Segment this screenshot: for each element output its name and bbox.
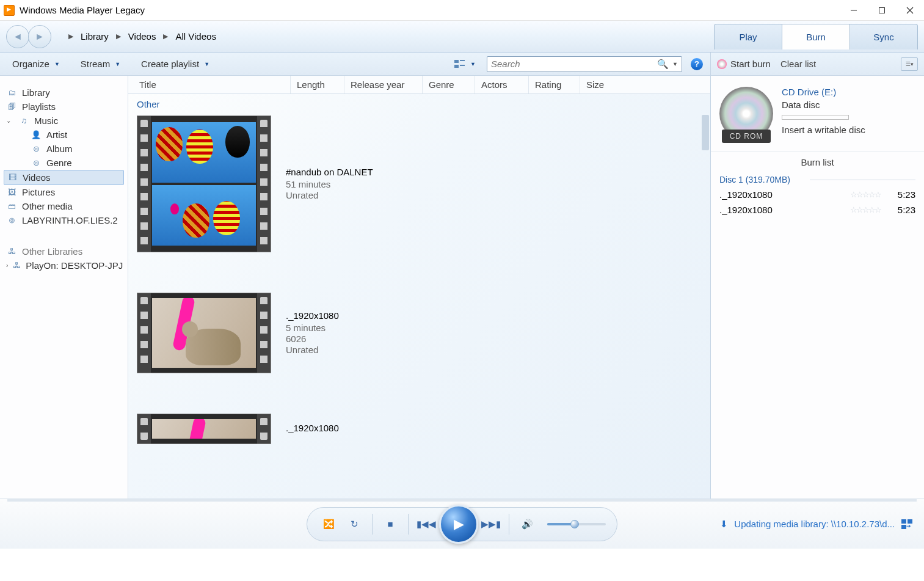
video-list[interactable]: Other #nandub on DALNET 51 minutes Unrat… [128,94,710,499]
search-dropdown[interactable]: ▼ [672,61,678,67]
tab-play[interactable]: Play [714,24,782,49]
video-thumbnail[interactable] [137,414,271,444]
breadcrumb-videos[interactable]: Videos [128,31,156,42]
col-genre[interactable]: Genre [423,76,475,93]
main-pane: Title Length Release year Genre Actors R… [128,76,710,499]
top-nav-bar: ◄ ► ▶ Library ▶ Videos ▶ All Videos Play… [0,21,924,53]
burn-list-item[interactable]: ._1920x1080 ☆☆☆☆☆ 5:23 [711,187,924,202]
svg-rect-1 [879,7,885,13]
close-button[interactable] [896,1,924,20]
playback-controls: 🔀 ↻ ■ ▮◀◀ ▶ ▶▶▮ 🔊 [307,507,617,541]
stop-button[interactable]: ■ [380,514,401,535]
rating-stars[interactable]: ☆☆☆☆☆ [850,205,881,214]
burn-list-item[interactable]: ._1920x1080 ☆☆☆☆☆ 5:23 [711,202,924,217]
view-icon [454,60,465,68]
nav-music[interactable]: ⌄♫Music [4,114,124,128]
col-rating[interactable]: Rating [529,76,580,93]
video-item[interactable]: ._1920x1080 5 minutes 6026 Unrated [128,289,710,410]
list-options-button[interactable]: ☰▾ [901,57,918,71]
video-item[interactable]: #nandub on DALNET 51 minutes Unrated [128,112,710,289]
disc-icon: ⊚ [31,144,42,154]
expand-icon[interactable]: › [6,262,8,269]
chevron-right-icon: ▶ [116,32,121,40]
nav-album[interactable]: ⊚Album [4,142,124,156]
svg-rect-5 [460,60,465,61]
video-title: ._1920x1080 [286,310,339,321]
media-icon: 🗃 [6,202,17,211]
play-button[interactable]: ▶ [439,505,478,544]
network-icon: 🖧 [6,247,17,257]
col-length[interactable]: Length [291,76,344,93]
col-title[interactable]: Title [133,76,291,93]
rating-stars[interactable]: ☆☆☆☆☆ [850,190,881,199]
video-rating: Unrated [286,345,339,355]
status-text: Updating media library: \\10.10.2.73\d..… [734,519,895,529]
seek-bar[interactable] [7,499,917,502]
nav-pictures[interactable]: 🖼Pictures [4,185,124,199]
help-button[interactable]: ? [691,58,703,70]
mute-button[interactable]: 🔊 [517,514,537,535]
svg-rect-7 [460,65,465,66]
col-actors[interactable]: Actors [475,76,529,93]
video-length: 51 minutes [286,179,373,189]
search-icon[interactable]: 🔍 [657,59,669,70]
chevron-right-icon: ▶ [163,32,168,40]
col-size[interactable]: Size [580,76,617,93]
playlist-icon: 🗐 [6,102,17,112]
nav-library[interactable]: 🗂Library [4,86,124,100]
breadcrumb-library[interactable]: Library [81,31,109,42]
video-thumbnail[interactable] [137,293,271,373]
switch-to-now-playing-button[interactable] [901,519,913,530]
search-input[interactable] [491,59,657,69]
person-icon: 👤 [31,130,42,140]
video-item[interactable]: ._1920x1080 [128,410,710,444]
video-year: 6026 [286,334,339,344]
player-bar: 🔀 ↻ ■ ▮◀◀ ▶ ▶▶▮ 🔊 ⬇ Updating media libra… [0,499,924,549]
nav-videos[interactable]: 🎞Videos [4,170,124,185]
nav-artist[interactable]: 👤Artist [4,128,124,142]
minimize-button[interactable] [840,1,868,20]
scrollbar-thumb[interactable] [702,115,709,150]
video-thumbnail[interactable] [137,115,271,252]
disc-icon: ⊚ [6,216,17,225]
disc-section-header[interactable]: Disc 1 (319.70MB) [711,172,924,187]
picture-icon: 🖼 [6,188,17,197]
chevron-right-icon[interactable]: ▶ [68,32,73,40]
tab-burn[interactable]: Burn [782,24,850,49]
nav-other-libraries[interactable]: 🖧Other Libraries [4,244,124,258]
group-header[interactable]: Other [128,94,710,112]
col-release-year[interactable]: Release year [344,76,423,93]
column-headers: Title Length Release year Genre Actors R… [128,76,710,94]
collapse-icon[interactable]: ⌄ [6,117,13,124]
maximize-button[interactable] [868,1,896,20]
svg-rect-4 [454,60,459,63]
drive-label[interactable]: CD Drive (E:) [782,87,865,97]
nav-playon[interactable]: ›🖧PlayOn: DESKTOP-JPJ [4,258,124,272]
nav-other-media[interactable]: 🗃Other media [4,199,124,213]
tab-sync[interactable]: Sync [849,24,918,49]
clear-list-button[interactable]: Clear list [780,59,816,69]
next-button[interactable]: ▶▶▮ [481,514,501,535]
nav-genre[interactable]: ⊚Genre [4,156,124,170]
repeat-button[interactable]: ↻ [344,514,365,535]
burn-pane: CD ROM CD Drive (E:) Data disc Insert a … [710,76,924,499]
search-box[interactable]: 🔍 ▼ [487,56,682,72]
organize-menu[interactable]: Organize▼ [7,56,65,71]
view-options-button[interactable]: ▼ [449,57,481,71]
disc-type: Data disc [782,100,865,110]
forward-button[interactable]: ► [28,25,51,48]
create-playlist-menu[interactable]: Create playlist▼ [136,56,214,71]
cd-rom-icon: CD ROM [719,87,773,141]
start-burn-button[interactable]: Start burn [717,59,771,69]
sync-icon: ⬇ [720,519,728,530]
shuffle-button[interactable]: 🔀 [318,514,339,535]
svg-rect-6 [454,65,459,68]
previous-button[interactable]: ▮◀◀ [416,514,437,535]
volume-slider[interactable] [547,523,606,525]
breadcrumb-all-videos[interactable]: All Videos [175,31,216,42]
video-title: #nandub on DALNET [286,167,373,177]
back-button[interactable]: ◄ [6,25,29,48]
stream-menu[interactable]: Stream▼ [76,56,125,71]
nav-playlists[interactable]: 🗐Playlists [4,100,124,114]
nav-disc-item[interactable]: ⊚LABYRINTH.OF.LIES.2 [4,213,124,227]
